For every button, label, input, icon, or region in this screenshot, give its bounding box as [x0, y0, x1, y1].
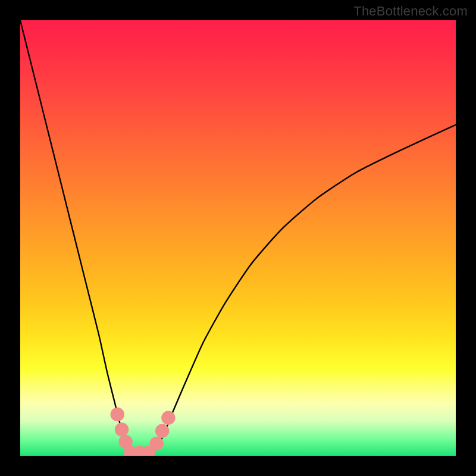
marker-rising-1 — [149, 437, 163, 450]
marker-falling-1 — [111, 408, 124, 421]
marker-falling-2 — [115, 422, 129, 436]
plot-area — [20, 20, 456, 456]
marker-rising-3 — [161, 411, 175, 425]
marker-rising-2 — [155, 424, 169, 438]
bottleneck-curve-path — [20, 20, 456, 456]
watermark-text: TheBottleneck.com — [353, 4, 468, 19]
marker-layer — [111, 408, 176, 456]
chart-frame: TheBottleneck.com — [0, 0, 476, 476]
chart-svg — [20, 20, 456, 456]
bottleneck-curve — [20, 20, 456, 456]
